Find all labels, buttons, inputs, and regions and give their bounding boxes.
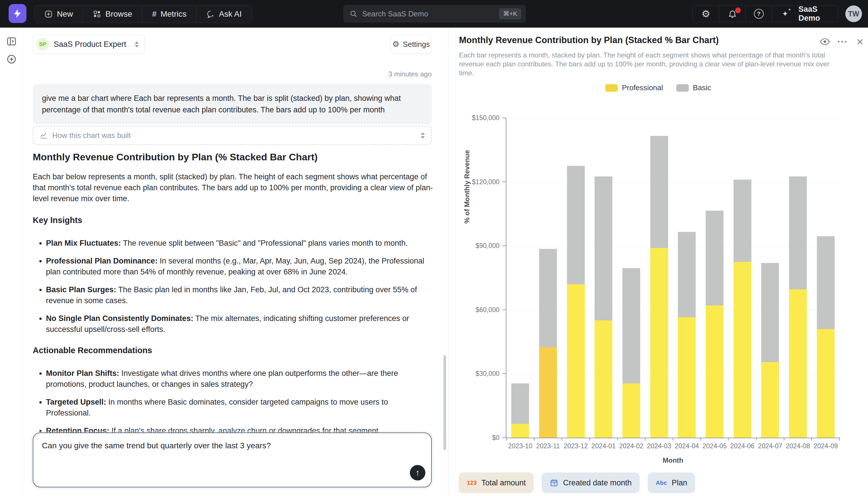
response-intro: Each bar below represents a month, split… (33, 171, 435, 204)
search-icon (350, 10, 358, 18)
bar-segment-professional[interactable] (511, 424, 529, 438)
left-rail (0, 28, 23, 496)
bar-2023-11[interactable] (539, 249, 557, 438)
user-avatar[interactable]: TW (845, 5, 862, 22)
new-thread-button[interactable] (5, 53, 18, 65)
bar-segment-basic[interactable] (511, 383, 529, 424)
bar-segment-professional[interactable] (734, 262, 751, 438)
search-input[interactable] (362, 10, 499, 18)
legend-item-basic[interactable]: Basic (676, 83, 711, 92)
bar-2024-09[interactable] (817, 236, 835, 438)
bar-segment-basic[interactable] (595, 176, 612, 321)
response-title: Monthly Revenue Contribution by Plan (% … (33, 152, 435, 162)
bar-segment-professional[interactable] (817, 329, 835, 438)
global-search[interactable]: ⌘+K (343, 5, 526, 22)
bar-segment-professional[interactable] (623, 383, 640, 438)
close-panel-button[interactable]: × (854, 36, 866, 48)
bar-segment-basic[interactable] (789, 176, 807, 289)
x-axis-tick (701, 438, 701, 440)
ai-sparkles-button[interactable]: ✦✦ (772, 6, 799, 22)
bar-segment-basic[interactable] (567, 166, 585, 284)
agent-avatar: SP (36, 38, 49, 50)
x-axis-tick (617, 438, 618, 440)
chart-legend: Professional Basic (448, 83, 868, 92)
bar-2024-08[interactable] (789, 176, 807, 438)
x-axis-label: 2023-11 (534, 442, 562, 450)
how-chart-built-expander[interactable]: How this chart was built (33, 126, 432, 145)
notifications-button[interactable] (719, 6, 746, 22)
x-axis-label: 2023-12 (562, 442, 590, 450)
bar-segment-basic[interactable] (817, 236, 835, 329)
bar-2024-01[interactable] (595, 176, 612, 438)
x-axis-title: Month (507, 456, 839, 464)
legend-swatch-professional (605, 84, 618, 92)
y-axis-tick (502, 310, 506, 310)
app-logo[interactable] (9, 4, 27, 23)
chart-description: Each bar represents a month, stacked by … (459, 50, 830, 77)
sparkles-icon: ✦✦ (782, 10, 788, 17)
chip-plan[interactable]: Abc Plan (648, 472, 695, 493)
number-type-icon: 123 (467, 480, 477, 486)
new-button[interactable]: New (34, 5, 83, 23)
bar-2024-03[interactable] (650, 136, 668, 438)
bar-segment-professional[interactable] (567, 284, 585, 438)
bar-2024-04[interactable] (678, 232, 696, 438)
chevron-updown-icon (135, 41, 139, 47)
bar-2023-10[interactable] (511, 383, 529, 438)
bar-segment-basic[interactable] (761, 263, 779, 362)
metrics-button[interactable]: # Metrics (142, 5, 196, 23)
bar-segment-professional[interactable] (678, 317, 696, 438)
more-options-button[interactable]: ••• (837, 36, 849, 48)
section-heading-recommendations: Actionable Recommendations (33, 346, 435, 355)
ask-ai-button[interactable]: Ask AI (196, 5, 251, 23)
bar-segment-basic[interactable] (706, 211, 724, 306)
stacked-bar-chart: $0$30,000$60,000$90,000$120,000$150,0002… (507, 118, 839, 438)
x-axis-tick (673, 438, 673, 440)
y-axis-label: $30,000 (442, 370, 499, 377)
bar-segment-basic[interactable] (650, 136, 668, 248)
bar-2024-07[interactable] (761, 263, 779, 438)
bar-2023-12[interactable] (567, 166, 585, 438)
agent-selector[interactable]: SP SaaS Product Expert (33, 35, 145, 54)
x-axis-tick (590, 438, 590, 440)
bar-2024-06[interactable] (734, 180, 751, 438)
bar-segment-professional[interactable] (761, 362, 779, 438)
top-navbar: New Browse # Metrics Ask AI (0, 0, 868, 28)
list-item: Monitor Plan Shifts: Investigate what dr… (46, 368, 435, 390)
toggle-sidebar-button[interactable] (5, 35, 18, 48)
agent-settings-button[interactable]: ⚙ Settings (390, 35, 432, 54)
help-button[interactable]: ? (746, 6, 772, 22)
bar-segment-basic[interactable] (734, 180, 751, 262)
legend-label: Basic (693, 83, 711, 92)
chat-panel: SP SaaS Product Expert ⚙ Settings 3 minu… (23, 28, 448, 496)
help-icon: ? (754, 9, 764, 19)
bar-segment-professional[interactable] (706, 306, 724, 438)
chat-input-field[interactable]: Can you give the same trend but quarterl… (33, 433, 431, 487)
bar-2024-05[interactable] (706, 211, 724, 438)
y-axis-tick (502, 437, 506, 438)
gridline (507, 118, 839, 118)
bar-segment-basic[interactable] (678, 232, 696, 317)
x-axis-label: 2023-10 (507, 442, 534, 450)
bar-segment-professional[interactable] (595, 321, 612, 438)
bar-segment-professional[interactable] (789, 289, 807, 438)
y-axis-tick (502, 373, 506, 374)
list-item: No Single Plan Consistently Dominates: T… (46, 313, 435, 335)
chart-panel-title: Monthly Revenue Contribution by Plan (St… (459, 35, 812, 45)
y-axis-tick (502, 245, 506, 246)
bar-segment-basic[interactable] (623, 268, 640, 383)
bar-2024-02[interactable] (623, 268, 640, 438)
chip-total-amount[interactable]: 123 Total amount (459, 472, 534, 493)
settings-gear-button[interactable]: ⚙ (693, 6, 719, 22)
browse-button[interactable]: Browse (83, 5, 142, 23)
close-icon: × (856, 35, 863, 48)
bar-segment-basic[interactable] (539, 249, 557, 347)
org-switcher[interactable]: SaaS Demo (799, 6, 838, 22)
ellipsis-icon: ••• (838, 38, 848, 45)
chip-created-date-month[interactable]: Created date month (542, 472, 640, 493)
send-button[interactable]: ↑ (410, 465, 425, 480)
bar-segment-professional[interactable] (539, 347, 557, 438)
legend-item-professional[interactable]: Professional (605, 83, 663, 92)
bar-segment-professional[interactable] (650, 248, 668, 438)
preview-eye-button[interactable] (819, 36, 831, 48)
